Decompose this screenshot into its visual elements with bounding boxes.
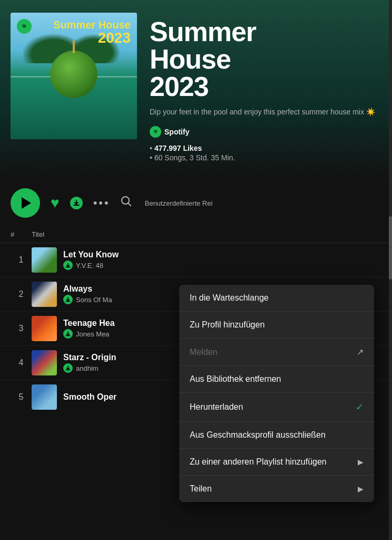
menu-item-queue[interactable]: In die Warteschlange bbox=[179, 285, 374, 312]
like-button[interactable]: ♥ bbox=[51, 195, 60, 211]
menu-item-add-profile[interactable]: Zu Profil hinzufügen bbox=[179, 312, 374, 339]
coconut-graphic bbox=[50, 51, 97, 98]
play-button[interactable] bbox=[11, 188, 40, 218]
menu-item-label: Teilen bbox=[190, 484, 212, 494]
download-button[interactable] bbox=[70, 197, 83, 209]
scrollbar-thumb[interactable] bbox=[389, 216, 392, 279]
track-number: 3 bbox=[11, 324, 32, 333]
menu-item-label: In die Warteschlange bbox=[190, 293, 269, 303]
controls-bar: ♥ ••• Benutzerdefinierte Rei bbox=[0, 178, 392, 226]
downloaded-icon bbox=[63, 295, 73, 304]
track-artist: Jones Mea bbox=[76, 330, 110, 338]
track-number: 5 bbox=[11, 392, 32, 402]
menu-item-label: Herunterladen bbox=[190, 402, 243, 412]
header-area: Summer House 2023 SummerHouse2023 Dip yo… bbox=[0, 0, 392, 178]
table-row[interactable]: 1 Let You Know Y.V.E. 48 bbox=[0, 243, 392, 277]
songs-value: 60 Songs, 3 Std. 35 Min. bbox=[154, 153, 235, 162]
playlist-description: Dip your feet in the pool and enjoy this… bbox=[150, 107, 381, 118]
submenu-arrow-icon: ▶ bbox=[358, 485, 364, 493]
svg-point-1 bbox=[152, 128, 159, 136]
track-list-header: # Titel bbox=[0, 226, 392, 243]
album-title-overlay: Summer House 2023 bbox=[53, 19, 131, 45]
heart-icon: ♥ bbox=[51, 195, 60, 211]
album-cover[interactable]: Summer House 2023 bbox=[11, 13, 137, 139]
likes-value: 477.997 Likes bbox=[154, 144, 202, 152]
menu-item-label: Zu einer anderen Playlist hinzufügen bbox=[190, 457, 327, 467]
checkmark-icon: ✓ bbox=[356, 401, 364, 413]
submenu-arrow-icon: ▶ bbox=[358, 458, 364, 466]
play-icon bbox=[22, 197, 31, 209]
external-link-icon: ↗ bbox=[357, 347, 364, 357]
downloaded-icon bbox=[63, 329, 73, 339]
more-icon: ••• bbox=[93, 196, 110, 210]
creator-row: Spotify bbox=[150, 126, 381, 138]
creator-name: Spotify bbox=[164, 128, 189, 136]
stats-block: •477.997 Likes •60 Songs, 3 Std. 35 Min. bbox=[150, 144, 381, 162]
menu-item-remove-library[interactable]: Aus Bibliothek entfernen bbox=[179, 366, 374, 393]
menu-item-share[interactable]: Teilen ▶ bbox=[179, 476, 374, 502]
track-thumbnail bbox=[32, 316, 57, 341]
album-info: SummerHouse2023 Dip your feet in the poo… bbox=[150, 13, 381, 162]
menu-item-download[interactable]: Herunterladen ✓ bbox=[179, 393, 374, 422]
track-info: Let You Know Y.V.E. 48 bbox=[63, 250, 381, 270]
menu-item-add-playlist[interactable]: Zu einer anderen Playlist hinzufügen ▶ bbox=[179, 449, 374, 476]
search-button[interactable] bbox=[121, 196, 132, 210]
album-overlay-line1: Summer House bbox=[53, 19, 131, 31]
context-menu: In die Warteschlange Zu Profil hinzufüge… bbox=[179, 285, 374, 502]
menu-item-exclude-taste[interactable]: Aus Geschmacksprofil ausschließen bbox=[179, 422, 374, 449]
search-icon bbox=[121, 196, 132, 210]
likes-stat: •477.997 Likes bbox=[150, 144, 381, 152]
track-number: 4 bbox=[11, 358, 32, 368]
track-sub: Y.V.E. 48 bbox=[63, 261, 381, 270]
songs-stat: •60 Songs, 3 Std. 35 Min. bbox=[150, 153, 381, 162]
album-spotify-logo bbox=[17, 19, 32, 34]
track-thumbnail bbox=[32, 282, 57, 307]
track-number: 2 bbox=[11, 290, 32, 299]
menu-item-label: Aus Bibliothek entfernen bbox=[190, 374, 281, 384]
spotify-logo bbox=[150, 126, 161, 138]
downloaded-icon bbox=[63, 261, 73, 270]
track-artist: andhim bbox=[76, 364, 99, 372]
menu-item-label: Melden bbox=[190, 348, 217, 357]
track-artist: Y.V.E. 48 bbox=[76, 262, 103, 269]
track-thumbnail bbox=[32, 384, 57, 410]
header-title: Titel bbox=[32, 230, 381, 238]
track-number: 1 bbox=[11, 255, 32, 265]
more-options-button[interactable]: ••• bbox=[93, 196, 110, 210]
menu-item-label: Zu Profil hinzufügen bbox=[190, 320, 264, 330]
playlist-title: SummerHouse2023 bbox=[150, 18, 381, 100]
menu-item-label: Aus Geschmacksprofil ausschließen bbox=[190, 430, 326, 440]
track-name: Let You Know bbox=[63, 250, 381, 259]
sort-label[interactable]: Benutzerdefinierte Rei bbox=[145, 199, 213, 207]
menu-item-report[interactable]: Melden ↗ bbox=[179, 339, 374, 366]
track-thumbnail bbox=[32, 350, 57, 375]
scrollbar[interactable] bbox=[389, 0, 392, 540]
header-num: # bbox=[11, 230, 32, 238]
album-overlay-line2: 2023 bbox=[53, 31, 131, 45]
spotify-badge: Spotify bbox=[150, 126, 189, 138]
track-artist: Sons Of Ma bbox=[76, 296, 112, 304]
track-thumbnail bbox=[32, 247, 57, 273]
downloaded-icon bbox=[63, 363, 73, 373]
